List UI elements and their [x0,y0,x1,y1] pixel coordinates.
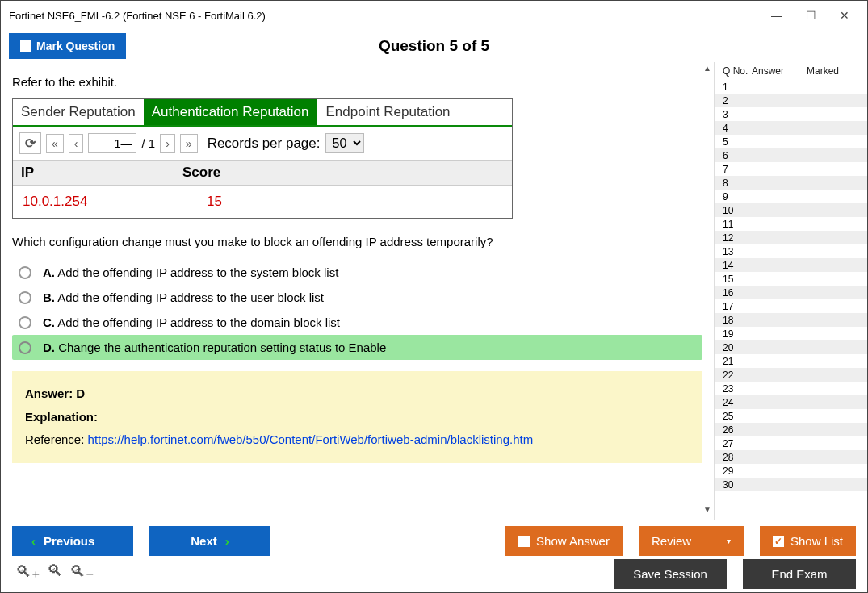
qno-cell: 5 [715,136,744,148]
list-item[interactable]: 24 [715,395,867,409]
list-item[interactable]: 15 [715,272,867,286]
list-item[interactable]: 23 [715,382,867,395]
qno-cell: 11 [715,219,744,230]
first-page-icon[interactable]: « [46,134,64,153]
answer-label: Answer: D [25,386,85,400]
choice-b[interactable]: B. Add the offending IP address to the u… [12,285,702,310]
choice-c[interactable]: C. Add the offending IP address to the d… [12,310,702,335]
list-item[interactable]: 25 [715,409,867,423]
checkbox-checked-icon [773,536,784,547]
choice-list: A. Add the offending IP address to the s… [12,260,702,360]
col-ip: IP [13,161,174,185]
previous-button[interactable]: ‹ Previous [12,526,133,556]
zoom-reset-icon[interactable]: 🔍︎ [47,562,63,581]
qno-cell: 24 [715,397,744,408]
minimize-button[interactable]: — [762,6,791,25]
instruction-text: Refer to the exhibit. [12,75,702,89]
qno-cell: 16 [715,287,744,299]
list-item[interactable]: 29 [715,464,867,478]
question-list-panel: Q No. Answer Marked 12345678910111213141… [714,62,867,520]
qno-cell: 20 [715,342,744,353]
choice-text: D. Change the authentication reputation … [43,340,386,354]
records-per-page-select[interactable]: 50 [325,133,364,153]
end-exam-button[interactable]: End Exam [743,559,856,589]
qno-cell: 18 [715,315,744,326]
list-item[interactable]: 3 [715,107,867,121]
cell-ip: 10.0.1.254 [13,186,174,218]
qno-cell: 12 [715,232,744,244]
show-list-button[interactable]: Show List [760,526,856,556]
mark-label: Mark Question [36,40,115,52]
scroll-down-icon[interactable]: ▼ [701,505,714,518]
radio-icon [19,291,31,304]
choice-text: C. Add the offending IP address to the d… [43,315,340,329]
list-item[interactable]: 11 [715,217,867,231]
app-window: Fortinet NSE6_FML-6.2 (Fortinet NSE 6 - … [0,0,868,593]
close-button[interactable]: ✕ [830,6,859,25]
list-item[interactable]: 8 [715,176,867,190]
page-input[interactable] [88,133,136,153]
list-item[interactable]: 7 [715,162,867,176]
table-row: 10.0.1.254 15 [13,186,512,218]
qno-cell: 10 [715,205,744,216]
save-session-button[interactable]: Save Session [614,559,727,589]
list-item[interactable]: 12 [715,231,867,244]
body-area: ▲ Refer to the exhibit. Sender Reputatio… [1,62,867,520]
next-button[interactable]: Next › [149,526,270,556]
exhibit-table-header: IP Score [13,161,512,186]
side-list[interactable]: 1234567891011121314151617181920212223242… [715,80,867,520]
list-item[interactable]: 20 [715,340,867,354]
qno-cell: 14 [715,260,744,271]
list-item[interactable]: 10 [715,203,867,217]
qno-cell: 15 [715,274,744,285]
refresh-icon[interactable]: ⟳ [19,132,41,154]
list-item[interactable]: 19 [715,327,867,340]
zoom-out-icon[interactable]: 🔍︎₋ [69,562,94,581]
show-answer-button[interactable]: Show Answer [505,526,623,556]
choice-text: B. Add the offending IP address to the u… [43,290,324,304]
list-item[interactable]: 27 [715,436,867,450]
last-page-icon[interactable]: » [180,134,198,153]
next-page-icon[interactable]: › [160,134,175,153]
list-item[interactable]: 21 [715,354,867,368]
list-item[interactable]: 13 [715,244,867,258]
main-panel: ▲ Refer to the exhibit. Sender Reputatio… [1,62,714,520]
bottom-toolbar-2: 🔍︎₊ 🔍︎ 🔍︎₋ Save Session End Exam [1,559,867,592]
mark-question-button[interactable]: Mark Question [9,33,126,59]
list-item[interactable]: 2 [715,94,867,107]
tab-sender-reputation[interactable]: Sender Reputation [13,99,144,125]
choice-d[interactable]: D. Change the authentication reputation … [12,335,702,360]
reference-line: Reference: https://help.fortinet.com/fwe… [25,428,690,452]
qno-cell: 29 [715,466,744,477]
records-label: Records per page: [208,136,321,152]
qno-cell: 13 [715,246,744,257]
qno-cell: 27 [715,438,744,449]
zoom-in-icon[interactable]: 🔍︎₊ [15,562,40,581]
maximize-button[interactable]: ☐ [796,6,825,25]
list-item[interactable]: 28 [715,450,867,464]
list-item[interactable]: 14 [715,258,867,272]
list-item[interactable]: 22 [715,368,867,382]
list-item[interactable]: 5 [715,135,867,148]
list-item[interactable]: 6 [715,148,867,162]
reference-link[interactable]: https://help.fortinet.com/fweb/550/Conte… [88,432,534,446]
list-item[interactable]: 18 [715,313,867,327]
qno-cell: 9 [715,191,744,203]
exhibit-panel: Sender Reputation Authentication Reputat… [12,98,513,219]
scroll-up-icon[interactable]: ▲ [701,64,714,77]
tab-authentication-reputation[interactable]: Authentication Reputation [144,99,317,125]
qno-cell: 6 [715,150,744,161]
list-item[interactable]: 1 [715,80,867,94]
list-item[interactable]: 30 [715,478,867,491]
choice-a[interactable]: A. Add the offending IP address to the s… [12,260,702,285]
tab-endpoint-reputation[interactable]: Endpoint Reputation [317,99,458,125]
qno-cell: 17 [715,301,744,312]
list-item[interactable]: 9 [715,190,867,203]
review-button[interactable]: Review ▾ [639,526,744,556]
prev-page-icon[interactable]: ‹ [69,134,84,153]
list-item[interactable]: 26 [715,423,867,436]
list-item[interactable]: 17 [715,299,867,313]
list-item[interactable]: 4 [715,121,867,135]
chevron-left-icon: ‹ [31,534,36,548]
list-item[interactable]: 16 [715,286,867,299]
